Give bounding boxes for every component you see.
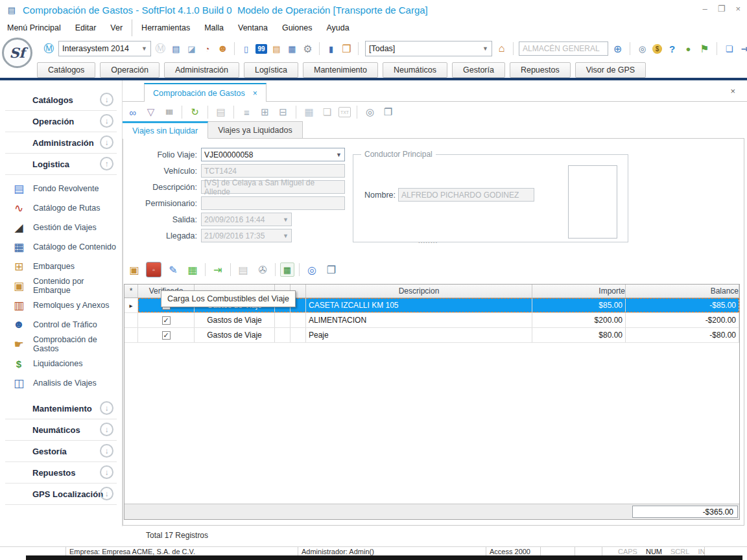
preview-icon[interactable]: ◎	[363, 105, 377, 119]
attachment-icon[interactable]: ✇	[255, 262, 270, 277]
restore-button[interactable]: ❐	[718, 4, 726, 14]
m-badge-icon[interactable]: Ⓜ	[43, 42, 55, 55]
menu-principal[interactable]: Menú Principal	[0, 19, 68, 36]
chevron-circle-icon[interactable]: ↓	[100, 444, 113, 458]
chevron-circle-icon[interactable]: ↓	[100, 423, 113, 436]
paste-icon[interactable]: ▤	[235, 262, 251, 277]
sidebar-item-comprobacion-gastos[interactable]: ☛ Comprobación de Gastos	[0, 334, 122, 354]
tree-add-icon[interactable]: ⊞	[258, 105, 272, 119]
menu-herramientas[interactable]: Herramientas	[132, 19, 197, 36]
exit-icon[interactable]: ⇥	[739, 42, 747, 55]
close-tab-icon[interactable]: ×	[253, 89, 257, 98]
column-header-importe[interactable]: Importe	[532, 285, 626, 298]
find-icon[interactable]: ∞	[126, 105, 139, 119]
export-row-icon[interactable]: ⇥	[210, 262, 226, 277]
print-icon[interactable]: ❐	[381, 105, 395, 119]
sidebar-item-catalogo-rutas[interactable]: ∿ Catálogo de Rutas	[0, 198, 122, 218]
checkbox[interactable]: ✓	[162, 331, 171, 340]
menu-ventana[interactable]: Ventana	[231, 19, 275, 36]
tab-logistica[interactable]: Logística	[244, 62, 298, 78]
tree-list-icon[interactable]: ≡	[240, 105, 254, 119]
almacen-input[interactable]	[519, 41, 608, 56]
checkbox[interactable]: ✓	[162, 316, 171, 325]
tab-gestoria[interactable]: Gestoría	[452, 62, 505, 78]
section-gestoria[interactable]: Gestoría ↓	[0, 441, 122, 461]
separator[interactable]	[717, 42, 717, 55]
chevron-circle-icon[interactable]: ↑	[100, 157, 113, 170]
sidebar-item-remolques-anexos[interactable]: ▥ Remolques y Anexos	[0, 296, 122, 315]
table-row[interactable]: ✓ Gastos de Viaje ALIMENTACION $200.00 -…	[124, 313, 739, 328]
sidebar-item-catalogo-contenido[interactable]: ▦ Catálogo de Contenido	[0, 237, 122, 257]
chevron-circle-icon[interactable]: ↓	[100, 465, 113, 479]
chat-icon[interactable]: ❏	[723, 42, 735, 55]
tab-repuestos[interactable]: Repuestos	[510, 62, 571, 78]
sidebar-item-analisis-viajes[interactable]: ◫ Analisis de Viajes	[0, 373, 122, 393]
clipboard-icon[interactable]: ▤	[270, 42, 283, 55]
document-tab-comprobacion[interactable]: Comprobación de Gastos ×	[144, 83, 267, 102]
subtab-viajes-sin-liquidar[interactable]: Viajes sin Liquidar	[123, 121, 208, 139]
tab-operacion[interactable]: Operación	[100, 62, 160, 78]
print-icon[interactable]: ❐	[324, 262, 339, 277]
sidebar-item-control-trafico[interactable]: ☻ Control de Tráfico	[0, 315, 122, 334]
users-icon[interactable]: ☻	[217, 42, 229, 55]
subtab-viajes-ya-liquidados[interactable]: Viajes ya Liquidados	[208, 121, 302, 139]
settings-gear-icon[interactable]: ⚙	[302, 42, 314, 55]
panel-icon[interactable]: ▮	[325, 42, 337, 55]
section-repuestos[interactable]: Repuestos ↓	[0, 462, 122, 483]
windows-copy-icon[interactable]: ❐	[340, 42, 353, 55]
sidebar-item-fondo-revolvente[interactable]: ▤ Fondo Revolvente	[0, 179, 122, 198]
table-icon[interactable]: ▦	[185, 262, 200, 277]
tools-icon[interactable]: ◎	[636, 42, 648, 55]
separator[interactable]	[630, 42, 630, 55]
section-operacion[interactable]: Operación ↓	[0, 111, 122, 132]
separator[interactable]	[233, 106, 234, 119]
paste-icon[interactable]: ▤	[214, 105, 228, 119]
chevron-circle-icon[interactable]: ↓	[100, 93, 113, 106]
section-logistica[interactable]: Logistica ↑	[0, 154, 122, 174]
globe-icon[interactable]: ⊕	[611, 42, 624, 55]
filter-select-todas[interactable]: [Todas] ▼	[365, 41, 492, 56]
section-mantenimiento[interactable]: Mantenimiento ↓	[0, 398, 122, 419]
separator[interactable]	[182, 106, 182, 119]
chevron-circle-icon[interactable]: ↓	[100, 135, 113, 149]
tab-visor-gps[interactable]: Visor de GPS	[575, 62, 646, 78]
number-99-icon[interactable]: 99	[255, 44, 267, 54]
separator[interactable]	[275, 263, 276, 276]
separator[interactable]	[208, 106, 208, 119]
column-header-indicator[interactable]: *	[124, 285, 138, 298]
menu-malla[interactable]: Malla	[197, 19, 231, 36]
grid-icon[interactable]: ▦	[286, 42, 298, 55]
m-disabled-icon[interactable]: Ⓜ	[154, 42, 167, 55]
tab-administracion[interactable]: Administración	[164, 62, 239, 78]
separator[interactable]	[230, 263, 231, 276]
sidebar-item-gestion-viajes[interactable]: ◢ Gestión de Viajes	[0, 218, 122, 237]
panel-close-icon[interactable]: ×	[730, 86, 735, 96]
coins-icon[interactable]: $	[652, 44, 662, 54]
txt-export-icon[interactable]: TXT	[338, 107, 351, 117]
gauge-icon[interactable]: ◔	[201, 42, 213, 55]
picture-icon[interactable]: ◪	[185, 42, 198, 55]
home-icon[interactable]: ⌂	[495, 42, 508, 55]
briefcase-icon[interactable]: ▣	[126, 262, 142, 277]
column-header-balance[interactable]: Balance	[626, 285, 739, 298]
menu-editar[interactable]: Editar	[68, 19, 104, 36]
sidebar-item-liquidaciones[interactable]: $ Liquidaciones	[0, 354, 122, 373]
section-neumaticos[interactable]: Neumáticos ↓	[0, 419, 122, 440]
table-row[interactable]: ✓ Gastos de Viaje Peaje $80.00 -$80.00	[124, 328, 739, 343]
separator[interactable]	[296, 106, 296, 119]
tab-catalogos[interactable]: Catálogos	[37, 62, 95, 78]
chevron-circle-icon[interactable]: ↓	[100, 487, 113, 500]
help-icon[interactable]: ?	[666, 42, 678, 55]
chevron-circle-icon[interactable]: ↓	[100, 401, 113, 415]
tree-remove-icon[interactable]: ⊟	[276, 105, 290, 119]
bug-icon[interactable]: ●	[682, 42, 694, 55]
edit-list-icon[interactable]: ✎	[165, 262, 181, 277]
barcode-icon[interactable]: ‖‖‖	[162, 105, 176, 119]
filter-icon[interactable]: ▽	[144, 105, 158, 119]
permisionario-field[interactable]	[201, 196, 345, 210]
menu-guiones[interactable]: Guiones	[275, 19, 320, 36]
sidebar-item-contenido-embarque[interactable]: ▣ Contenido por Embarque	[0, 276, 122, 296]
tab-mantenimiento[interactable]: Mantenimiento	[303, 62, 378, 78]
flag-icon[interactable]: ⚑	[698, 42, 711, 55]
minimize-button[interactable]: –	[703, 4, 707, 14]
